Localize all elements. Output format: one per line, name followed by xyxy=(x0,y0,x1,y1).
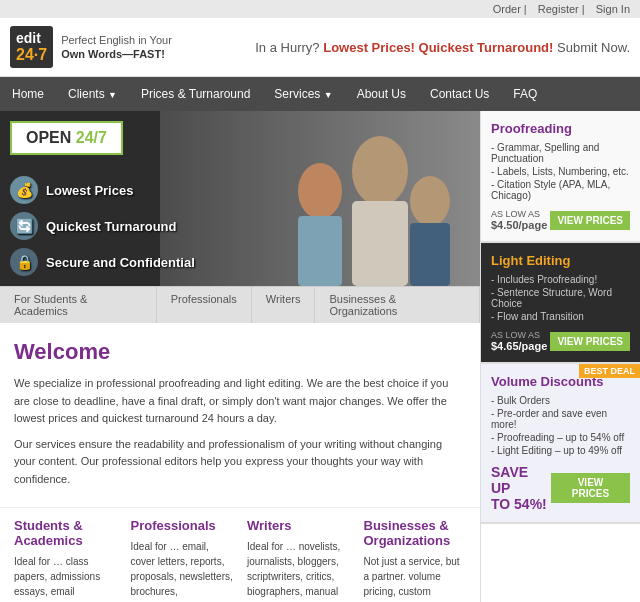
logo-edit: edit xyxy=(16,30,41,46)
cat-students-desc: Ideal for … class papers, admissions ess… xyxy=(14,554,117,602)
light-editing-box: Light Editing Includes Proofreading! Sen… xyxy=(481,243,640,364)
cat-writers-desc: Ideal for … novelists, journalists, blog… xyxy=(247,539,350,602)
submit-text: Submit Now. xyxy=(557,40,630,55)
hero-features: 💰 Lowest Prices 🔄 Quickest Turnaround 🔒 … xyxy=(10,176,195,276)
welcome-para2: Our services ensure the readability and … xyxy=(14,436,466,489)
cat-businesses: Businesses & Organizations Not just a se… xyxy=(364,518,467,602)
register-link[interactable]: Register xyxy=(538,3,579,15)
logo: edit 24·7 Perfect English in Your Own Wo… xyxy=(10,26,172,68)
hero-people-image xyxy=(160,111,480,286)
edit-feat-2: Sentence Structure, Word Choice xyxy=(491,287,630,309)
volume-discounts-box: BEST DEAL Volume Discounts Bulk Orders P… xyxy=(481,364,640,524)
light-editing-view-prices-btn[interactable]: VIEW PRICES xyxy=(550,332,630,351)
welcome-heading: Welcome xyxy=(14,339,466,365)
hurry-text: In a Hurry? xyxy=(255,40,319,55)
main-nav: Home Clients ▼ Prices & Turnaround Servi… xyxy=(0,77,640,111)
header: edit 24·7 Perfect English in Your Own Wo… xyxy=(0,18,640,77)
top-bar: Order | Register | Sign In xyxy=(0,0,640,18)
hero-feature-prices: 💰 Lowest Prices xyxy=(10,176,195,204)
logo-number: 24·7 xyxy=(16,46,47,63)
cat-businesses-title: Businesses & Organizations xyxy=(364,518,467,548)
edit-feat-3: Flow and Transition xyxy=(491,311,630,322)
welcome-section: Welcome We specialize in professional pr… xyxy=(0,323,480,507)
proofreading-features: Grammar, Spelling and Punctuation Labels… xyxy=(491,142,630,201)
vol-feat-3: Proofreading – up to 54% off xyxy=(491,432,630,443)
volume-save-row: SAVE UPTO 54%! VIEW PRICES xyxy=(491,464,630,512)
proofreading-title: Proofreading xyxy=(491,121,630,136)
tab-businesses[interactable]: Businesses & Organizations xyxy=(315,287,480,323)
light-editing-price-row: AS LOW AS $4.65/page VIEW PRICES xyxy=(491,330,630,352)
edit-price-label: AS LOW AS xyxy=(491,330,547,340)
edit-feat-1: Includes Proofreading! xyxy=(491,274,630,285)
turnaround-icon: 🔄 xyxy=(10,212,38,240)
light-editing-features: Includes Proofreading! Sentence Structur… xyxy=(491,274,630,322)
cat-professionals: Professionals Ideal for … email, cover l… xyxy=(131,518,234,602)
nav-item-home[interactable]: Home xyxy=(0,77,56,111)
prices-icon: 💰 xyxy=(10,176,38,204)
nav-item-contact[interactable]: Contact Us xyxy=(418,77,501,111)
header-tagline: In a Hurry? Lowest Prices! Quickest Turn… xyxy=(255,40,630,55)
main-wrapper: OPEN 24/7 💰 Lowest Prices 🔄 Quickest Tur… xyxy=(0,111,640,602)
tab-professionals[interactable]: Professionals xyxy=(157,287,252,323)
logo-tagline2: Own Words—FAST! xyxy=(61,47,172,61)
cat-students: Students & Academics Ideal for … class p… xyxy=(14,518,117,602)
prices-link[interactable]: Lowest Prices! Quickest Turnaround! xyxy=(323,40,553,55)
tab-bar: For Students & Academics Professionals W… xyxy=(0,286,480,323)
vol-feat-2: Pre-order and save even more! xyxy=(491,408,630,430)
hero-feature-turnaround: 🔄 Quickest Turnaround xyxy=(10,212,195,240)
welcome-para1: We specialize in professional proofreadi… xyxy=(14,375,466,428)
nav-item-faq[interactable]: FAQ xyxy=(501,77,549,111)
proofreading-box: Proofreading Grammar, Spelling and Punct… xyxy=(481,111,640,243)
logo-icon: edit 24·7 xyxy=(10,26,53,68)
best-deal-badge: BEST DEAL xyxy=(579,364,640,378)
cat-writers: Writers Ideal for … novelists, journalis… xyxy=(247,518,350,602)
proof-price-label: AS LOW AS xyxy=(491,209,547,219)
signin-link[interactable]: Sign In xyxy=(596,3,630,15)
logo-tagline1: Perfect English in Your xyxy=(61,33,172,47)
hero-feature-secure: 🔒 Secure and Confidential xyxy=(10,248,195,276)
volume-view-prices-btn[interactable]: VIEW PRICES xyxy=(551,473,630,503)
tab-writers[interactable]: Writers xyxy=(252,287,316,323)
secure-label: Secure and Confidential xyxy=(46,255,195,270)
hero-hours: 24/7 xyxy=(76,129,107,146)
nav-item-services[interactable]: Services ▼ xyxy=(262,77,344,111)
order-link[interactable]: Order xyxy=(493,3,521,15)
categories-section: Students & Academics Ideal for … class p… xyxy=(0,507,480,602)
proof-feat-1: Grammar, Spelling and Punctuation xyxy=(491,142,630,164)
nav-item-prices[interactable]: Prices & Turnaround xyxy=(129,77,262,111)
cat-professionals-desc: Ideal for … email, cover letters, report… xyxy=(131,539,234,602)
secure-icon: 🔒 xyxy=(10,248,38,276)
proofreading-price-row: AS LOW AS $4.50/page VIEW PRICES xyxy=(491,209,630,231)
proofreading-view-prices-btn[interactable]: VIEW PRICES xyxy=(550,211,630,230)
tab-students[interactable]: For Students & Academics xyxy=(0,287,157,323)
hero-open-badge: OPEN 24/7 xyxy=(10,121,123,155)
proof-price-amount: $4.50/page xyxy=(491,219,547,231)
prices-label: Lowest Prices xyxy=(46,183,133,198)
edit-price-amount: $4.65/page xyxy=(491,340,547,352)
cat-students-title: Students & Academics xyxy=(14,518,117,548)
save-percentage: SAVE UPTO 54%! xyxy=(491,464,551,512)
light-editing-title: Light Editing xyxy=(491,253,630,268)
proof-feat-3: Citation Style (APA, MLA, Chicago) xyxy=(491,179,630,201)
main-content: OPEN 24/7 💰 Lowest Prices 🔄 Quickest Tur… xyxy=(0,111,480,602)
cat-professionals-title: Professionals xyxy=(131,518,234,533)
cat-writers-title: Writers xyxy=(247,518,350,533)
logo-text: Perfect English in Your Own Words—FAST! xyxy=(61,33,172,62)
turnaround-label: Quickest Turnaround xyxy=(46,219,177,234)
hero-banner: OPEN 24/7 💰 Lowest Prices 🔄 Quickest Tur… xyxy=(0,111,480,286)
svg-rect-7 xyxy=(160,111,480,286)
proof-feat-2: Labels, Lists, Numbering, etc. xyxy=(491,166,630,177)
vol-feat-1: Bulk Orders xyxy=(491,395,630,406)
vol-feat-4: Light Editing – up to 49% off xyxy=(491,445,630,456)
right-sidebar: Proofreading Grammar, Spelling and Punct… xyxy=(480,111,640,602)
nav-item-clients[interactable]: Clients ▼ xyxy=(56,77,129,111)
nav-item-about[interactable]: About Us xyxy=(345,77,418,111)
nav-list: Home Clients ▼ Prices & Turnaround Servi… xyxy=(0,77,640,111)
cat-businesses-desc: Not just a service, but a partner. volum… xyxy=(364,554,467,602)
volume-features: Bulk Orders Pre-order and save even more… xyxy=(491,395,630,456)
